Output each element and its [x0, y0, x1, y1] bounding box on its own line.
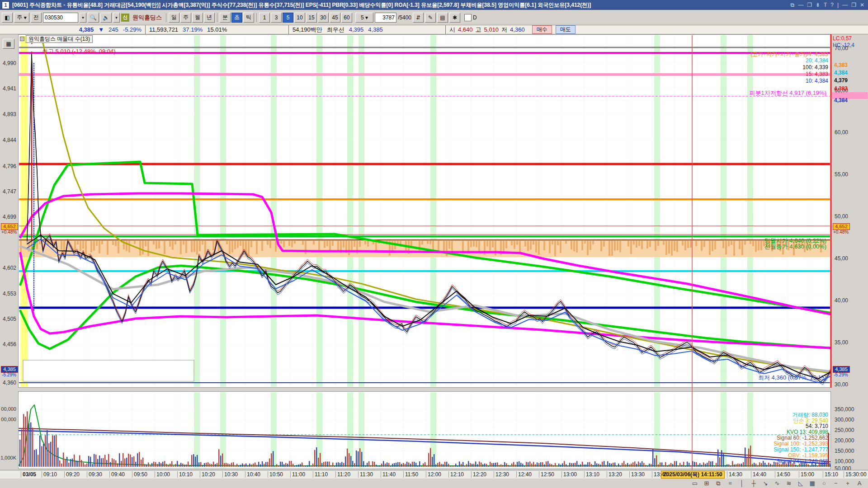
y-axis-price-label: 4,941 [1, 85, 16, 92]
volume-pane[interactable] [18, 391, 831, 469]
high-label: 고 [476, 26, 481, 34]
titlebar-control-icon[interactable]: ✕ [858, 2, 866, 8]
interval-button-5[interactable]: 5 [283, 13, 293, 23]
search-icon[interactable]: 🔍 [88, 13, 99, 23]
y-axis-price-label: 4,456 [1, 341, 16, 347]
x-axis-tick: 10:00 [155, 471, 170, 478]
buy-button[interactable]: 매수 [532, 25, 552, 34]
interval-button-3[interactable]: 3 [271, 13, 282, 23]
x-axis-tick: 10:10 [177, 471, 193, 478]
titlebar-control-icon[interactable]: ❐ [805, 2, 814, 8]
interval-button-45[interactable]: 45 [330, 13, 340, 23]
status-tool-icon[interactable]: ▭ [691, 480, 699, 487]
bar-count-input[interactable] [375, 13, 396, 23]
status-tool-icon[interactable]: ⊞ [703, 480, 711, 487]
status-tool-icon[interactable]: ┼ [750, 480, 758, 487]
volume-value: 11,593,721 [149, 26, 178, 33]
titlebar-control-icon[interactable]: ? [829, 2, 835, 8]
save-icon[interactable]: ▤ [437, 13, 448, 23]
candle-tool-icon[interactable]: ⇵ [413, 13, 424, 23]
mode-button-초[interactable]: 초 [231, 13, 242, 23]
interval-button-15[interactable]: 15 [306, 13, 317, 23]
current-price-tag: 4,385 [833, 366, 850, 373]
status-tool-icon[interactable]: ▦ [808, 480, 816, 487]
status-tool-icon[interactable]: ∿ [773, 480, 781, 487]
status-tool-icon[interactable]: ≋ [785, 480, 793, 487]
x-axis-tick: 12:40 [516, 471, 532, 478]
sell-button[interactable]: 매도 [556, 25, 576, 34]
titlebar-control-icon[interactable]: ⇟ [814, 2, 822, 8]
price-change-pct: -5.29% [123, 26, 142, 33]
x-axis-tick: 11:40 [381, 471, 396, 478]
y-axis-price-label: 4,602 [1, 265, 16, 271]
x-axis-tick: 12:00 [426, 471, 441, 478]
period-button-년[interactable]: 년 [204, 13, 215, 23]
change-arrow-icon: ▼ [98, 26, 104, 33]
period-button-일[interactable]: 일 [169, 13, 179, 23]
mode-button-분[interactable]: 분 [220, 13, 231, 23]
titlebar-controls: ⧉—❐⇟T?|—❐✕ [789, 2, 866, 8]
mode-button-틱[interactable]: 틱 [243, 13, 254, 23]
volume-legend-entry: Signal 60: -1,252,662 [777, 435, 828, 441]
best-ask: 4,395 [349, 26, 364, 33]
status-tool-icon[interactable]: A [855, 480, 863, 487]
reference-price-tag: 4,652 [833, 223, 850, 230]
period-button-월[interactable]: 월 [192, 13, 203, 23]
speaker-dropdown-icon[interactable]: ▾ [113, 13, 120, 23]
interval-button-30[interactable]: 30 [318, 13, 329, 23]
status-tool-icon[interactable]: ○ [820, 480, 828, 487]
period-button-주[interactable]: 주 [180, 13, 191, 23]
indicator-collapse-button[interactable] [20, 37, 24, 41]
x-axis-tick: 10:50 [268, 471, 283, 478]
y-axis-pct-label: 30,00 [835, 381, 848, 388]
status-tool-icon[interactable]: + [844, 480, 852, 487]
toolbar-divider [217, 13, 217, 22]
x-axis-tick: 11:50 [403, 471, 418, 478]
ma-value-tag: 4,384 [834, 70, 848, 76]
panel-toggle-icon[interactable]: ◧ [2, 13, 13, 23]
interval-select[interactable]: 5 ▾ [355, 13, 373, 23]
x-axis-tick: 09:20 [64, 471, 80, 478]
low-label: 저 [501, 26, 507, 34]
ma-value-tag: 4,383 [834, 62, 848, 68]
ma-value-tag: 4,383 [834, 85, 848, 92]
interval-button-60[interactable]: 60 [341, 13, 352, 23]
status-tool-icon[interactable]: ⧉ [714, 480, 722, 487]
trendline-tool-icon[interactable]: ✎ [425, 13, 436, 23]
stock-code-input[interactable] [43, 13, 78, 23]
titlebar-control-icon[interactable]: — [796, 2, 805, 8]
volume-legend-entry: OBV: -1,159,395 [788, 452, 828, 459]
titlebar-control-icon[interactable]: ❐ [849, 2, 858, 8]
status-tool-icon[interactable]: ↘ [761, 480, 769, 487]
ma-legend-entry: 20: 4,384 [806, 57, 828, 64]
x-axis-tick: 12:50 [539, 471, 554, 478]
volume-legend-entry: Signal 150: -1,247,777 [774, 446, 828, 453]
interval-button-10[interactable]: 10 [294, 13, 305, 23]
y-axis-pct-label: 35,00 [835, 339, 848, 346]
titlebar-control-icon[interactable]: T [822, 2, 829, 8]
x-axis-tick: 12:30 [494, 471, 509, 478]
status-tool-icon[interactable]: │ [738, 480, 746, 487]
status-tool-icon[interactable]: ≈ [726, 480, 734, 487]
main-chart-pane[interactable] [18, 34, 831, 388]
volume-right-axis-label: 150,000 [835, 448, 854, 454]
speaker-icon[interactable]: 🔈 [100, 13, 112, 23]
ma-legend-entry: 100: 4,339 [802, 64, 828, 70]
titlebar-control-icon[interactable]: ⧉ [789, 2, 797, 8]
grid-settings-icon[interactable]: ▦ [3, 39, 14, 49]
y-axis-pct-label: 45,00 [835, 255, 848, 262]
stock-type-select[interactable]: 주 ▾ [14, 13, 29, 23]
jeon-button[interactable]: 전 [31, 13, 42, 23]
titlebar-control-icon[interactable]: — [840, 2, 849, 8]
status-tool-icon[interactable]: − [832, 480, 840, 487]
volume-right-axis-label: 100,000 [835, 458, 854, 465]
code-dropdown-icon[interactable]: ▾ [80, 13, 86, 23]
status-tool-icon[interactable]: ◺ [797, 480, 805, 487]
y-axis-price-label: 4,893 [1, 111, 16, 117]
interval-button-1[interactable]: 1 [259, 13, 270, 23]
d-checkbox[interactable] [464, 14, 472, 21]
settings-gear-icon[interactable]: ✱ [449, 13, 460, 23]
y-axis-price-label: 4,553 [1, 291, 16, 297]
x-axis-tick: 14:30 [727, 471, 742, 478]
titlebar-control-icon: | [835, 2, 840, 8]
